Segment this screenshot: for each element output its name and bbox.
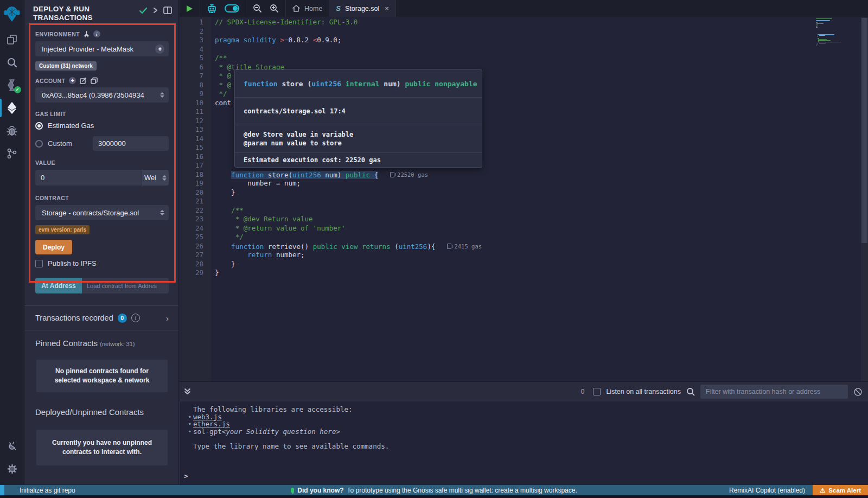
icon-sidebar: ✓	[0, 0, 24, 484]
gas-pump-icon	[390, 172, 394, 177]
plugin-icon	[6, 440, 18, 452]
contract-select[interactable]: Storage - contracts/Storage.sol	[35, 205, 169, 220]
terminal-output[interactable]: The following libraries are accessible:•…	[180, 401, 868, 484]
sidebar-item-debugger[interactable]	[0, 119, 24, 142]
account-value: 0xA03...85ac4 (0.398673504934	[42, 91, 157, 99]
deploy-button[interactable]: Deploy	[35, 240, 72, 254]
tip-bold: Did you know?	[297, 487, 343, 494]
terminal-link[interactable]: web3.js	[193, 413, 222, 421]
code-line[interactable]: 28 }	[180, 260, 868, 269]
deployed-contracts-title: Deployed/Unpinned Contracts	[35, 407, 169, 417]
sidebar-item-deploy-run[interactable]	[0, 97, 24, 119]
publish-ipfs-label: Publish to IPFS	[48, 259, 97, 267]
columns-icon[interactable]	[163, 7, 172, 14]
tab-storage-sol[interactable]: S Storage.sol ×	[329, 0, 396, 17]
custom-gas-radio[interactable]	[35, 140, 43, 148]
sidebar-item-settings[interactable]	[0, 457, 24, 480]
editor-scrollbar[interactable]	[861, 17, 868, 381]
search-icon	[7, 57, 18, 68]
ban-icon[interactable]	[853, 387, 863, 397]
remix-logo[interactable]	[0, 0, 24, 28]
code-line[interactable]: 21	[180, 197, 868, 206]
transactions-recorded-label: Transactions recorded	[35, 314, 113, 322]
toggle-switch[interactable]	[225, 4, 239, 12]
estimated-gas-option[interactable]: Estimated Gas	[35, 122, 169, 130]
ai-robot-icon[interactable]	[207, 4, 217, 14]
tooltip-doc-line1: @dev Store value in variable	[244, 130, 473, 139]
code-line[interactable]: 22 /**	[180, 206, 868, 215]
environment-label: ENVIRONMENT	[35, 31, 80, 37]
info-icon[interactable]: i	[131, 314, 140, 322]
gas-pump-icon	[447, 244, 451, 249]
collapse-chevrons-icon[interactable]	[184, 388, 191, 395]
terminal-filter-input[interactable]	[700, 385, 848, 399]
code-line[interactable]: 2	[180, 27, 868, 36]
zoom-in-icon[interactable]	[270, 4, 279, 13]
tab-home[interactable]: Home	[286, 0, 329, 17]
zoom-out-icon[interactable]	[253, 4, 262, 13]
estimated-gas-radio[interactable]	[35, 122, 43, 130]
gas-estimate-annotation: 2415 gas	[447, 242, 482, 251]
code-line[interactable]: 18 function store(uint256 num) public {2…	[180, 170, 868, 180]
chevron-right-icon[interactable]	[153, 7, 158, 14]
at-address-row: At Address	[35, 278, 169, 293]
chevron-updown-icon	[155, 44, 164, 54]
account-select[interactable]: 0xA03...85ac4 (0.398673504934	[35, 87, 169, 103]
expand-chevron-icon[interactable]: ›	[166, 314, 169, 323]
play-icon[interactable]	[186, 5, 193, 12]
at-address-button[interactable]: At Address	[35, 278, 82, 293]
code-line[interactable]: 23 * @dev Return value	[180, 215, 868, 224]
scrollbar-thumb[interactable]	[861, 18, 867, 243]
git-init-status[interactable]: Initialize as git repo	[20, 487, 75, 494]
code-line[interactable]: 1// SPDX-License-Identifier: GPL-3.0	[180, 18, 868, 27]
code-line[interactable]: 26 function retrieve() public view retur…	[180, 242, 868, 251]
gas-limit-label: GAS LIMIT	[35, 111, 66, 117]
sidebar-item-search[interactable]	[0, 51, 24, 74]
sidebar-item-plugin-manager[interactable]	[0, 435, 24, 457]
environment-select[interactable]: Injected Provider - MetaMask	[35, 41, 169, 56]
pinned-network-text: (network: 31)	[100, 341, 135, 347]
file-explorer-icon	[6, 34, 18, 46]
home-icon	[292, 5, 300, 12]
sidebar-item-solidity-compiler[interactable]: ✓	[0, 74, 24, 97]
add-account-icon[interactable]: +	[69, 77, 76, 84]
publish-ipfs-checkbox[interactable]	[35, 260, 43, 267]
code-line[interactable]: 20 }	[180, 188, 868, 197]
scam-alert-button[interactable]: ⚠ Scam Alert	[813, 485, 868, 495]
code-line[interactable]: 25 */	[180, 233, 868, 242]
copy-icon[interactable]	[91, 77, 98, 84]
compile-success-badge: ✓	[14, 86, 21, 93]
terminal-link[interactable]: ethers.js	[193, 420, 230, 428]
remix-ide: ✓	[0, 0, 868, 498]
custom-gas-input[interactable]	[93, 136, 169, 151]
listen-all-checkbox[interactable]	[593, 388, 601, 395]
bottom-strip	[0, 495, 868, 498]
plug-icon[interactable]	[84, 31, 90, 37]
code-line[interactable]: 5/**	[180, 54, 868, 63]
code-line[interactable]: 27 return number;	[180, 251, 868, 260]
publish-ipfs-option[interactable]: Publish to IPFS	[35, 259, 169, 267]
check-icon	[139, 7, 148, 14]
pinned-empty-message: No pinned contracts found for selected w…	[36, 360, 168, 392]
chevron-updown-icon	[162, 175, 167, 181]
edit-icon[interactable]	[80, 77, 87, 84]
code-line[interactable]: 3pragma solidity >=0.8.2 <0.9.0;	[180, 36, 868, 45]
terminal-prompt[interactable]: >	[184, 472, 188, 480]
custom-gas-option[interactable]: Custom	[35, 136, 169, 151]
code-line[interactable]: 4	[180, 45, 868, 54]
estimated-gas-text: Estimated Gas	[48, 122, 94, 130]
info-icon[interactable]: i	[93, 30, 100, 37]
sidebar-item-file-explorer[interactable]	[0, 28, 24, 51]
code-line[interactable]: 24 * @return value of 'number'	[180, 224, 868, 233]
status-accent-chip	[0, 485, 4, 495]
code-line[interactable]: 19 number = num;	[180, 179, 868, 188]
close-tab-icon[interactable]: ×	[385, 4, 389, 12]
code-line[interactable]: 29}	[180, 269, 868, 278]
gas-estimate-annotation: 22520 gas	[390, 170, 428, 180]
value-unit-select[interactable]: Wei	[142, 170, 169, 186]
debugger-icon	[6, 125, 18, 137]
sidebar-item-git[interactable]	[0, 142, 24, 165]
value-input[interactable]	[35, 170, 142, 186]
copilot-status[interactable]: RemixAI Copilot (enabled)	[729, 487, 805, 494]
at-address-input[interactable]	[82, 278, 169, 293]
